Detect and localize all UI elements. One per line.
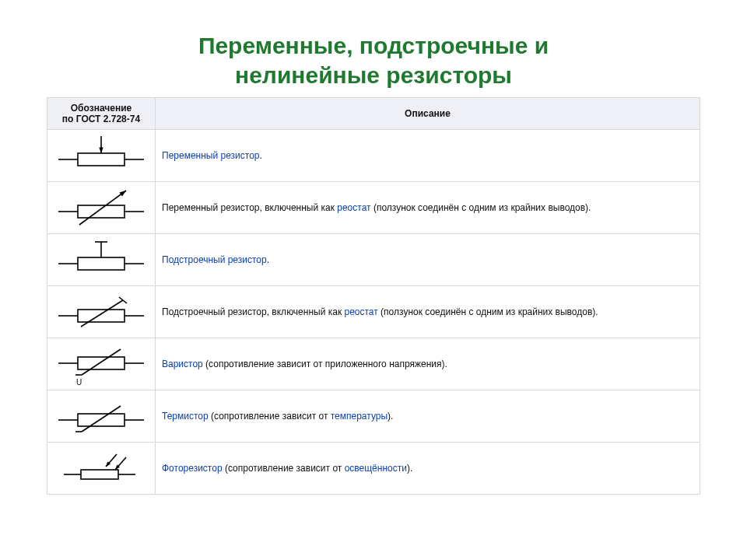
description-text: (сопротивление зависит от bbox=[209, 411, 331, 422]
table-row: Термистор (сопротивление зависит от темп… bbox=[47, 390, 700, 443]
wiki-link[interactable]: Термистор bbox=[162, 411, 209, 422]
svg-line-8 bbox=[79, 191, 126, 225]
description-cell: Переменный резистор. bbox=[156, 130, 700, 182]
svg-rect-17 bbox=[78, 310, 124, 322]
description-cell: Подстроечный резистор, включенный как ре… bbox=[156, 286, 700, 338]
description-text: . bbox=[267, 254, 269, 265]
symbol-cell-thermistor bbox=[47, 390, 156, 443]
table-row: UВаристор (сопротивление зависит от прил… bbox=[47, 338, 700, 390]
svg-rect-33 bbox=[81, 470, 118, 479]
description-cell: Варистор (сопротивление зависит от прило… bbox=[156, 338, 700, 390]
symbol-cell-photoresistor bbox=[47, 443, 156, 495]
svg-rect-12 bbox=[78, 257, 124, 270]
description-text: (сопротивление зависит от bbox=[223, 463, 345, 474]
description-text: ). bbox=[388, 411, 393, 422]
varistor-icon: U bbox=[54, 340, 148, 388]
page-title: Переменные, подстроечные и нелинейные ре… bbox=[47, 31, 700, 89]
resistor-symbols-table: Обозначение по ГОСТ 2.728-74 Описание Пе… bbox=[47, 97, 700, 495]
wiki-link[interactable]: освещённости bbox=[345, 463, 407, 474]
page-container: Переменные, подстроечные и нелинейные ре… bbox=[0, 0, 747, 495]
wiki-link[interactable]: реостат bbox=[344, 306, 377, 317]
table-row: Фоторезистор (сопротивление зависит от о… bbox=[47, 443, 700, 495]
description-text: ). bbox=[407, 463, 412, 474]
title-line-1: Переменные, подстроечные и bbox=[198, 33, 549, 58]
description-cell: Термистор (сопротивление зависит от темп… bbox=[156, 390, 700, 443]
photoresistor-icon bbox=[54, 451, 148, 485]
wiki-link[interactable]: реостат bbox=[337, 202, 370, 213]
svg-rect-7 bbox=[78, 205, 124, 218]
table-header-description: Описание bbox=[156, 98, 700, 130]
symbol-cell-trimmer-resistor bbox=[47, 234, 156, 286]
description-text: . bbox=[259, 150, 261, 161]
svg-line-18 bbox=[81, 300, 123, 327]
description-text: (ползунок соединён с одним из крайних вы… bbox=[378, 306, 598, 317]
wiki-link[interactable]: Подстроечный резистор bbox=[162, 254, 267, 265]
svg-line-29 bbox=[82, 406, 121, 432]
svg-rect-2 bbox=[78, 153, 124, 166]
thermistor-icon bbox=[54, 397, 148, 436]
symbol-cell-varistor: U bbox=[47, 338, 156, 390]
description-text: Переменный резистор, включенный как bbox=[162, 202, 337, 213]
description-cell: Фоторезистор (сопротивление зависит от о… bbox=[156, 443, 700, 495]
wiki-link[interactable]: Варистор bbox=[162, 359, 203, 369]
table-header-symbol: Обозначение по ГОСТ 2.728-74 bbox=[47, 98, 156, 130]
symbol-cell-variable-resistor-rheostat bbox=[47, 182, 156, 234]
trimmer-resistor-rheostat-icon bbox=[54, 292, 148, 331]
title-line-2: нелинейные резисторы bbox=[235, 62, 512, 88]
table-row: Подстроечный резистор. bbox=[47, 234, 700, 286]
description-text: (ползунок соединён с одним из крайних вы… bbox=[371, 202, 591, 213]
table-row: Переменный резистор, включенный как реос… bbox=[47, 182, 700, 234]
svg-line-23 bbox=[82, 349, 121, 375]
variable-resistor-icon bbox=[54, 132, 148, 179]
description-text: Подстроечный резистор, включенный как bbox=[162, 306, 344, 317]
svg-text:U: U bbox=[76, 378, 82, 387]
svg-rect-22 bbox=[78, 357, 124, 369]
symbol-cell-trimmer-resistor-rheostat bbox=[47, 286, 156, 338]
description-cell: Переменный резистор, включенный как реос… bbox=[156, 182, 700, 234]
description-cell: Подстроечный резистор. bbox=[156, 234, 700, 286]
svg-rect-28 bbox=[78, 414, 124, 426]
wiki-link[interactable]: Переменный резистор bbox=[162, 150, 259, 161]
table-row: Переменный резистор. bbox=[47, 130, 700, 182]
wiki-link[interactable]: Фоторезистор bbox=[162, 463, 223, 474]
description-text: (сопротивление зависит от приложенного н… bbox=[203, 359, 447, 369]
variable-resistor-rheostat-icon bbox=[54, 184, 148, 231]
symbol-cell-variable-resistor bbox=[47, 130, 156, 182]
wiki-link[interactable]: температуры bbox=[331, 411, 388, 422]
table-row: Подстроечный резистор, включенный как ре… bbox=[47, 286, 700, 338]
trimmer-resistor-icon bbox=[54, 236, 148, 283]
svg-marker-4 bbox=[99, 147, 103, 153]
